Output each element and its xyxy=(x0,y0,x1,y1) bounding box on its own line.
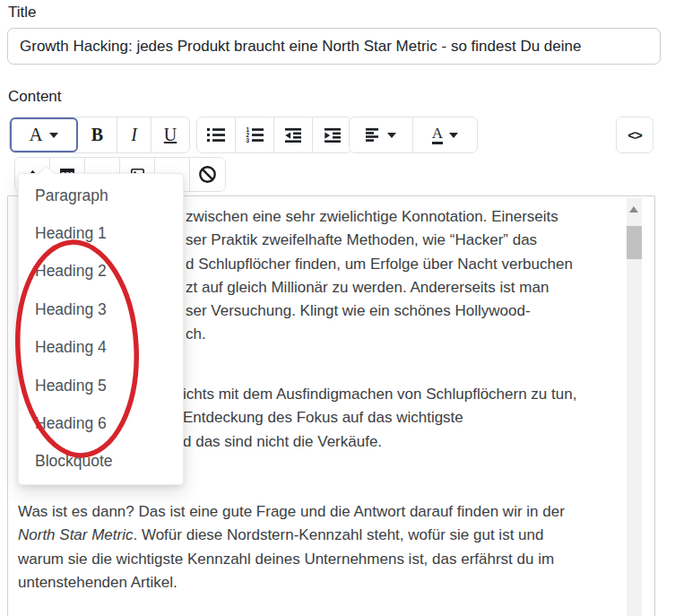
outdent-icon xyxy=(285,128,301,143)
underline-icon: U xyxy=(164,125,177,145)
toolbar-group-text: A B I U xyxy=(9,117,190,153)
align-left-icon xyxy=(366,128,381,142)
scrollbar-thumb[interactable] xyxy=(627,226,642,259)
italic-icon: I xyxy=(131,125,137,145)
clear-formatting-button[interactable] xyxy=(190,158,225,191)
svg-text:3: 3 xyxy=(246,137,249,143)
toolbar-group-format: A xyxy=(349,117,478,153)
menu-item-heading-2[interactable]: Heading 2 xyxy=(19,253,183,291)
text-color-icon: A xyxy=(432,126,443,144)
title-input[interactable] xyxy=(7,28,661,65)
toolbar-row-1: A B I U 1 2 xyxy=(0,117,675,153)
code-view-icon: <> xyxy=(627,127,642,143)
toolbar-group-code: <> xyxy=(616,117,653,153)
title-label: Title xyxy=(8,4,37,22)
bold-button[interactable]: B xyxy=(78,117,117,152)
toolbar-group-lists: 1 2 3 xyxy=(196,117,352,153)
scroll-up-arrow-icon[interactable] xyxy=(629,206,638,213)
menu-item-heading-4[interactable]: Heading 4 xyxy=(19,329,183,367)
text-style-menu: ParagraphHeading 1Heading 2Heading 3Head… xyxy=(18,173,184,485)
ordered-list-icon: 1 2 3 xyxy=(246,127,264,143)
caret-down-icon xyxy=(449,133,458,138)
ordered-list-button[interactable]: 1 2 3 xyxy=(236,117,274,152)
menu-item-heading-5[interactable]: Heading 5 xyxy=(19,367,183,404)
text-color-dropdown-button[interactable]: A xyxy=(413,117,477,152)
bullet-list-icon xyxy=(207,127,225,143)
menu-item-blockquote[interactable]: Blockquote xyxy=(19,443,183,481)
content-label: Content xyxy=(8,88,62,106)
text-style-menu-list: ParagraphHeading 1Heading 2Heading 3Head… xyxy=(19,177,183,481)
bullet-list-button[interactable] xyxy=(197,117,236,152)
underline-button[interactable]: U xyxy=(151,117,189,152)
indent-icon xyxy=(325,128,341,143)
clear-formatting-icon xyxy=(198,165,217,184)
editor-paragraph-2: ichts mit dem Ausfindigmachen von Schlup… xyxy=(183,383,576,454)
code-view-button[interactable]: <> xyxy=(617,117,653,152)
editor-paragraph-3: Was ist es dann? Das ist eine gute Frage… xyxy=(18,500,565,594)
caret-down-icon xyxy=(387,133,396,138)
editor-scrollbar[interactable] xyxy=(627,198,642,616)
menu-item-paragraph[interactable]: Paragraph xyxy=(19,177,183,214)
outdent-button[interactable] xyxy=(274,117,313,152)
menu-item-heading-3[interactable]: Heading 3 xyxy=(19,291,183,328)
menu-item-heading-1[interactable]: Heading 1 xyxy=(19,214,183,252)
align-dropdown-button[interactable] xyxy=(350,117,413,152)
caret-down-icon xyxy=(49,133,58,138)
menu-item-heading-6[interactable]: Heading 6 xyxy=(19,404,183,442)
text-style-dropdown-button[interactable]: A xyxy=(10,117,78,152)
text-style-letter: A xyxy=(29,126,42,144)
italic-button[interactable]: I xyxy=(117,117,151,152)
editor-paragraph-1: zwischen eine sehr zwielichtige Konnotat… xyxy=(186,205,573,347)
indent-button[interactable] xyxy=(313,117,351,152)
bold-icon: B xyxy=(91,125,103,145)
